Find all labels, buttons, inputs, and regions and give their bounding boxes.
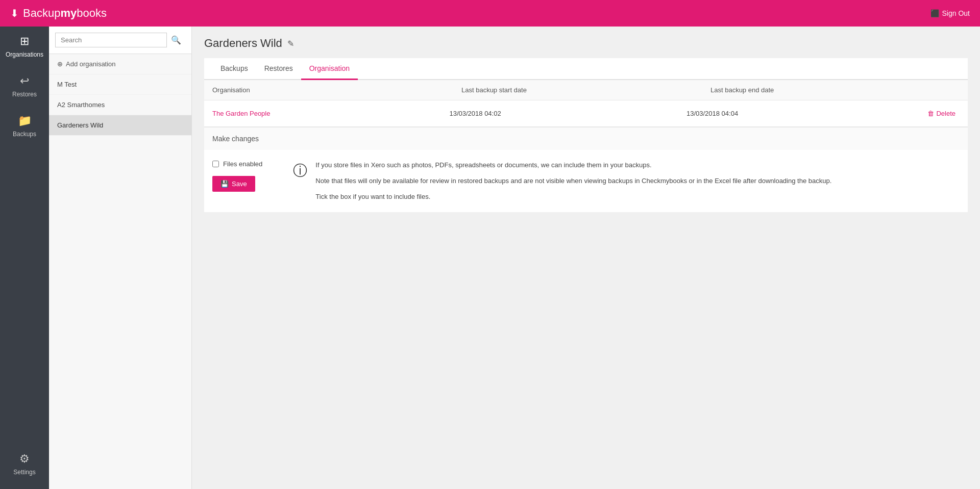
make-changes-section: Make changes	[204, 127, 968, 150]
org-item-m-test[interactable]: M Test	[49, 74, 191, 95]
search-input[interactable]	[55, 33, 167, 47]
org-item-a2-smarthomes[interactable]: A2 Smarthomes	[49, 95, 191, 115]
files-enabled-row: Files enabled	[212, 160, 262, 168]
search-bar: 🔍	[49, 27, 191, 54]
col-header-end: Last backup end date	[710, 86, 960, 94]
sidebar-item-restores[interactable]: ↩ Restores	[0, 66, 49, 106]
org-item-gardeners-wild[interactable]: Gardeners Wild	[49, 115, 191, 136]
info-icon: ⓘ	[293, 161, 307, 181]
edit-icon[interactable]: ✎	[287, 39, 294, 48]
left-controls: Files enabled 💾 Save	[212, 160, 262, 202]
sign-out-label: Sign Out	[942, 9, 970, 17]
start-date: 13/03/2018 04:02	[449, 110, 686, 117]
page-title-row: Gardeners Wild ✎	[204, 37, 968, 50]
organisations-icon: ⊞	[20, 35, 29, 48]
sidebar-item-backups[interactable]: 📁 Backups	[0, 106, 49, 146]
sidebar-label-organisations: Organisations	[6, 51, 43, 58]
sidebar: ⊞ Organisations ↩ Restores 📁 Backups ⚙ S…	[0, 27, 49, 489]
logo: ⬇ Backupmybooks	[10, 7, 107, 20]
settings-icon: ⚙	[19, 452, 30, 466]
trash-icon: 🗑	[927, 110, 934, 117]
delete-button[interactable]: 🗑 Delete	[923, 108, 960, 119]
col-header-start: Last backup start date	[461, 86, 710, 94]
col-header-org: Organisation	[212, 86, 461, 94]
top-header: ⬇ Backupmybooks ⬛ Sign Out	[0, 0, 980, 27]
search-button[interactable]: 🔍	[167, 33, 185, 47]
tab-restores[interactable]: Restores	[256, 58, 301, 80]
info-para-1: If you store files in Xero such as photo…	[315, 160, 831, 171]
tabs: Backups Restores Organisation	[204, 58, 968, 80]
main-card: Backups Restores Organisation Organisati…	[204, 58, 968, 212]
info-para-2: Note that files will only be available f…	[315, 176, 831, 187]
table-row: The Garden People 13/03/2018 04:02 13/03…	[204, 100, 968, 127]
sidebar-label-restores: Restores	[12, 91, 37, 98]
save-icon: 💾	[220, 180, 229, 188]
sign-out-button[interactable]: ⬛ Sign Out	[930, 9, 970, 17]
add-organisation-button[interactable]: ⊕ Add organisation	[49, 54, 191, 74]
tab-organisation[interactable]: Organisation	[301, 58, 358, 80]
org-list: M Test A2 Smarthomes Gardeners Wild	[49, 74, 191, 489]
sidebar-label-settings: Settings	[13, 469, 35, 476]
logo-text: Backupmybooks	[23, 7, 107, 20]
info-para-3: Tick the box if you want to include file…	[315, 192, 831, 202]
logo-icon: ⬇	[10, 7, 19, 19]
sidebar-item-settings[interactable]: ⚙ Settings	[0, 444, 49, 484]
content-area: Gardeners Wild ✎ Backups Restores Organi…	[192, 27, 980, 489]
end-date: 13/03/2018 04:04	[687, 110, 923, 117]
sidebar-item-organisations[interactable]: ⊞ Organisations	[0, 27, 49, 66]
backups-icon: 📁	[18, 114, 32, 127]
info-text: If you store files in Xero such as photo…	[315, 160, 831, 202]
files-enabled-checkbox[interactable]	[212, 161, 219, 167]
search-panel: 🔍 ⊕ Add organisation M Test A2 Smarthome…	[49, 27, 192, 489]
page-title: Gardeners Wild	[204, 37, 282, 50]
changes-content: Files enabled 💾 Save ⓘ If you store file…	[204, 150, 968, 212]
restores-icon: ↩	[20, 74, 29, 88]
tab-backups[interactable]: Backups	[212, 58, 256, 80]
files-enabled-label: Files enabled	[223, 160, 262, 168]
sidebar-label-backups: Backups	[13, 131, 36, 138]
add-org-label: Add organisation	[66, 60, 116, 68]
right-info: ⓘ If you store files in Xero such as pho…	[293, 160, 960, 202]
add-org-icon: ⊕	[57, 60, 63, 68]
make-changes-title: Make changes	[212, 135, 259, 143]
sign-out-icon: ⬛	[930, 9, 939, 17]
table-header: Organisation Last backup start date Last…	[204, 80, 968, 100]
org-name-link[interactable]: The Garden People	[212, 110, 449, 117]
save-button[interactable]: 💾 Save	[212, 176, 255, 192]
